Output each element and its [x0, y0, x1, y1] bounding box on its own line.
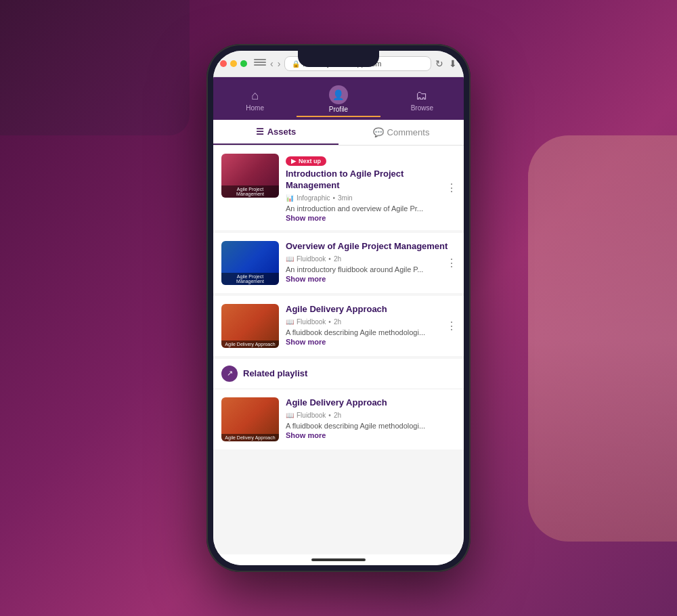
asset-card: Agile Project Management ▶ Next up Intro…	[213, 146, 464, 230]
asset-desc-1: An introduction and overview of Agile Pr…	[286, 204, 456, 213]
related-show-more-1[interactable]: Show more	[286, 431, 456, 439]
home-label: Home	[246, 104, 264, 112]
profile-label: Profile	[329, 106, 348, 113]
asset-card: Agile Project Management Overview of Agi…	[213, 233, 464, 293]
asset-desc-2: An introductory fluidbook around Agile P…	[286, 265, 456, 273]
show-more-2[interactable]: Show more	[286, 275, 456, 283]
phone-mockup: ‹ › 🔒 hemsleyfaser.5app.com ↻ ⬇ ⌂ Home	[206, 44, 471, 572]
browse-label: Browse	[411, 104, 433, 112]
more-options-2[interactable]: ⋮	[446, 257, 457, 269]
keyboard-background	[0, 0, 190, 135]
window-minimize-dot[interactable]	[230, 60, 237, 67]
related-asset-card: Agile Delivery Approach Agile Delivery A…	[213, 389, 464, 449]
meta-separator-1: •	[332, 194, 335, 202]
related-asset-info-1: Agile Delivery Approach 📖 Fluidbook • 2h…	[286, 397, 456, 441]
nav-profile[interactable]: 👤 Profile	[297, 83, 380, 117]
phone-notch	[298, 51, 379, 67]
related-asset-type-1: Fluidbook	[297, 412, 326, 419]
home-indicator[interactable]	[213, 554, 464, 565]
browser-navigation: ‹ ›	[270, 58, 280, 69]
related-asset-meta-1: 📖 Fluidbook • 2h	[286, 412, 456, 419]
asset-type-2: Fluidbook	[297, 255, 326, 263]
related-thumbnail-1: Agile Delivery Approach	[221, 397, 279, 441]
asset-title-1[interactable]: Introduction to Agile Project Management	[286, 169, 456, 192]
profile-avatar: 👤	[329, 85, 348, 104]
comments-tab-label: Comments	[387, 127, 430, 137]
asset-meta-1: 📊 Infographic • 3min	[286, 194, 456, 202]
more-options-1[interactable]: ⋮	[446, 181, 457, 194]
next-up-badge: ▶ Next up	[286, 156, 326, 166]
asset-info-1: ▶ Next up Introduction to Agile Project …	[286, 154, 456, 222]
browser-window-controls	[220, 60, 247, 67]
asset-info-3: Agile Delivery Approach 📖 Fluidbook • 2h…	[286, 304, 456, 348]
infographic-icon: 📊	[286, 194, 294, 202]
window-maximize-dot[interactable]	[240, 60, 247, 67]
asset-thumbnail-2: Agile Project Management	[221, 241, 279, 285]
thumbnail-label-3: Agile Delivery Approach	[221, 340, 279, 348]
asset-title-3[interactable]: Agile Delivery Approach	[286, 304, 456, 315]
phone-screen: ‹ › 🔒 hemsleyfaser.5app.com ↻ ⬇ ⌂ Home	[213, 51, 464, 565]
play-icon: ▶	[291, 158, 296, 164]
meta-separator-2: •	[328, 255, 331, 263]
asset-meta-2: 📖 Fluidbook • 2h	[286, 255, 456, 263]
nav-home[interactable]: ⌂ Home	[213, 86, 297, 114]
assets-tab-icon: ☰	[256, 127, 264, 137]
fluidbook-icon-3: 📖	[286, 318, 294, 326]
download-icon[interactable]: ⬇	[449, 58, 457, 69]
browse-icon: 🗂	[416, 89, 428, 103]
back-arrow[interactable]: ‹	[270, 58, 274, 69]
asset-thumbnail-1: Agile Project Management	[221, 154, 279, 198]
app-navigation-bar: ⌂ Home 👤 Profile 🗂 Browse	[213, 77, 464, 120]
asset-meta-3: 📖 Fluidbook • 2h	[286, 318, 456, 326]
related-meta-separator-1: •	[328, 412, 331, 419]
thumbnail-label-1: Agile Project Management	[221, 185, 279, 198]
show-more-1[interactable]: Show more	[286, 214, 456, 222]
window-close-dot[interactable]	[220, 60, 227, 67]
meta-separator-3: •	[328, 318, 331, 326]
asset-title-2[interactable]: Overview of Agile Project Management	[286, 241, 456, 252]
home-icon: ⌂	[251, 89, 259, 103]
tab-comments[interactable]: 💬 Comments	[338, 120, 464, 145]
forward-arrow[interactable]: ›	[278, 58, 281, 69]
content-area: Agile Project Management ▶ Next up Intro…	[213, 146, 464, 554]
nav-browse[interactable]: 🗂 Browse	[380, 86, 464, 114]
asset-desc-3: A fluidbook describing Agile methodologi…	[286, 328, 456, 336]
more-options-3[interactable]: ⋮	[446, 320, 457, 332]
fluidbook-icon: 📖	[286, 255, 294, 263]
comments-tab-icon: 💬	[373, 127, 384, 137]
related-asset-duration-1: 2h	[334, 412, 341, 419]
related-playlist-section: ↗ Related playlist Agile Delivery Approa…	[213, 359, 464, 449]
related-asset-desc-1: A fluidbook describing Agile methodologi…	[286, 422, 456, 430]
show-more-3[interactable]: Show more	[286, 338, 456, 346]
browser-action-buttons: ↻ ⬇	[435, 58, 457, 69]
avatar-icon: 👤	[332, 89, 344, 100]
refresh-icon[interactable]: ↻	[435, 58, 443, 69]
hand-background	[528, 135, 677, 542]
related-playlist-header: ↗ Related playlist	[213, 359, 464, 389]
assets-tab-label: Assets	[267, 127, 297, 137]
asset-type-3: Fluidbook	[297, 318, 326, 326]
asset-thumbnail-3: Agile Delivery Approach	[221, 304, 279, 348]
related-playlist-title: Related playlist	[243, 368, 307, 378]
thumbnail-label-2: Agile Project Management	[221, 273, 279, 285]
fluidbook-icon-related: 📖	[286, 412, 294, 419]
home-bar	[311, 558, 366, 561]
asset-duration-3: 2h	[334, 318, 341, 326]
asset-info-2: Overview of Agile Project Management 📖 F…	[286, 241, 456, 285]
phone-device: ‹ › 🔒 hemsleyfaser.5app.com ↻ ⬇ ⌂ Home	[206, 44, 471, 572]
content-tab-bar: ☰ Assets 💬 Comments	[213, 120, 464, 146]
badge-text: Next up	[299, 158, 321, 164]
sidebar-toggle-icon[interactable]	[254, 59, 266, 68]
tab-assets[interactable]: ☰ Assets	[213, 120, 338, 145]
asset-duration-2: 2h	[334, 255, 341, 263]
related-thumb-label-1: Agile Delivery Approach	[221, 434, 279, 441]
related-asset-title-1[interactable]: Agile Delivery Approach	[286, 397, 456, 409]
asset-type-1: Infographic	[297, 194, 330, 202]
asset-card: Agile Delivery Approach Agile Delivery A…	[213, 296, 464, 356]
asset-duration-1: 3min	[338, 194, 353, 202]
share-icon: ↗	[221, 366, 238, 382]
